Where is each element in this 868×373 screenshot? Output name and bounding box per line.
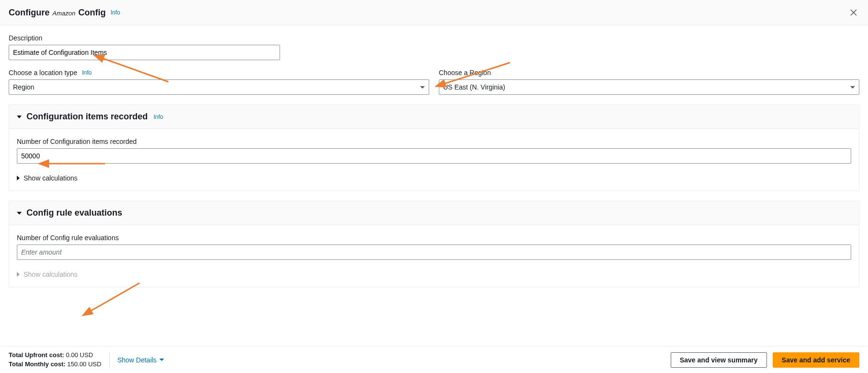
show-calculations-toggle[interactable]: Show calculations xyxy=(17,174,851,182)
chevron-down-icon xyxy=(420,86,425,89)
panel-rule-evaluations-title: Config rule evaluations xyxy=(26,208,122,218)
show-calculations-toggle-2[interactable]: Show calculations xyxy=(17,270,851,278)
location-type-value: Region xyxy=(13,83,34,91)
panel-config-items-header[interactable]: Configuration items recorded Info xyxy=(9,105,859,129)
footer-bar: Total Upfront cost: 0.00 USD Total Month… xyxy=(0,346,868,373)
location-type-label: Choose a location type xyxy=(9,69,77,77)
save-add-service-button[interactable]: Save and add service xyxy=(773,352,859,368)
num-config-items-input[interactable] xyxy=(17,148,851,164)
show-details-label: Show Details xyxy=(117,356,157,364)
caret-down-icon xyxy=(17,116,22,118)
show-calculations-label: Show calculations xyxy=(24,174,77,182)
caret-right-icon xyxy=(17,272,20,277)
location-type-info-link[interactable]: Info xyxy=(82,69,91,76)
title-brand: Amazon xyxy=(52,10,76,17)
monthly-cost-label: Total Monthly cost: xyxy=(9,360,65,368)
num-rule-evals-label: Number of Config rule evaluations xyxy=(17,234,851,242)
title-prefix: Configure xyxy=(9,8,50,18)
panel-rule-evaluations: Config rule evaluations Number of Config… xyxy=(9,201,859,287)
description-input[interactable] xyxy=(9,45,280,60)
panel-config-items-info[interactable]: Info xyxy=(153,114,163,120)
title-suffix: Config xyxy=(78,8,106,18)
show-calculations-label-2: Show calculations xyxy=(24,270,77,278)
cost-summary: Total Upfront cost: 0.00 USD Total Month… xyxy=(9,351,102,368)
footer-divider xyxy=(109,352,110,368)
show-details-toggle[interactable]: Show Details xyxy=(117,356,165,364)
header-info-link[interactable]: Info xyxy=(111,9,120,16)
panel-rule-evaluations-header[interactable]: Config rule evaluations xyxy=(9,201,859,225)
panel-config-items: Configuration items recorded Info Number… xyxy=(9,104,859,191)
chevron-down-icon xyxy=(850,86,855,89)
save-view-summary-button[interactable]: Save and view summary xyxy=(671,352,767,368)
description-label: Description xyxy=(9,34,859,42)
upfront-cost-label: Total Upfront cost: xyxy=(9,351,64,359)
caret-right-icon xyxy=(17,176,20,180)
close-icon xyxy=(850,9,857,16)
page-title: Configure Amazon Config xyxy=(9,8,106,18)
close-button[interactable] xyxy=(848,7,859,18)
upfront-cost-value: 0.00 USD xyxy=(66,351,93,359)
caret-down-icon xyxy=(17,212,22,215)
panel-config-items-title: Configuration items recorded xyxy=(26,112,148,122)
monthly-cost-value: 150.00 USD xyxy=(67,360,102,368)
region-select[interactable]: US East (N. Virginia) xyxy=(439,79,859,95)
modal-header: Configure Amazon Config Info xyxy=(0,0,868,26)
content-area: Description Choose a location type Info … xyxy=(0,26,868,345)
num-config-items-label: Number of Configuration items recorded xyxy=(17,138,851,145)
location-type-select[interactable]: Region xyxy=(9,79,429,95)
region-value: US East (N. Virginia) xyxy=(443,83,505,91)
caret-down-icon xyxy=(159,359,164,361)
region-label: Choose a Region xyxy=(439,69,859,77)
num-rule-evals-input[interactable] xyxy=(17,244,851,260)
